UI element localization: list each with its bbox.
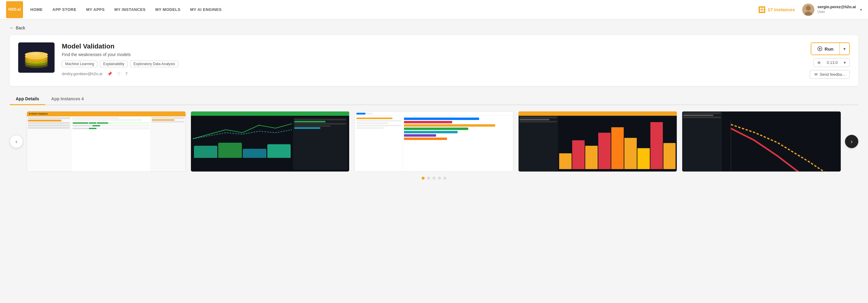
back-label: Back: [16, 26, 25, 30]
nav-links: HOME APP STORE MY APPS MY INSTANCES MY M…: [30, 7, 758, 12]
carousel-prev-button[interactable]: ‹: [10, 135, 23, 148]
svg-point-5: [806, 6, 811, 10]
carousel-slide-1[interactable]: ⊕ Model Validation: [27, 111, 186, 172]
envelope-icon: ✉: [814, 72, 818, 77]
tag-eda[interactable]: Exploratory Data Analysis: [130, 61, 178, 67]
nav-home[interactable]: HOME: [30, 7, 43, 12]
nav-my-ai-engines[interactable]: MY AI ENGINES: [190, 7, 221, 12]
svg-rect-2: [760, 10, 762, 12]
carousel-track: ⊕ Model Validation: [27, 111, 841, 172]
nav-right: 17 instances sergio.perez@h2o.ai User ▾: [758, 4, 862, 16]
carousel-slide-2[interactable]: [191, 111, 350, 172]
logo[interactable]: H2O.ai: [6, 1, 23, 18]
back-arrow-icon: ←: [10, 26, 14, 30]
tag-explainability[interactable]: Explainability: [100, 61, 128, 67]
app-title: Model Validation: [62, 42, 803, 50]
version-chevron: ▾: [844, 60, 846, 65]
version-value: 0.13.0: [827, 60, 838, 65]
run-label: Run: [825, 47, 833, 52]
carousel: ‹ ⊕ Model Validation: [10, 111, 858, 172]
svg-rect-1: [762, 7, 764, 9]
nav-my-models[interactable]: MY MODELS: [155, 7, 180, 12]
grid-icon: [758, 6, 765, 13]
pin-icon[interactable]: 📌: [107, 71, 112, 76]
tab-app-instances[interactable]: App Instances 4: [45, 93, 90, 105]
carousel-dots: [10, 177, 858, 180]
user-email: sergio.perez@h2o.ai: [817, 4, 856, 10]
logo-text: H2O.ai: [8, 7, 21, 11]
instances-count: 17 instances: [768, 7, 795, 12]
app-author: dmitry.gordeev@h2o.ai: [62, 71, 102, 76]
avatar: [802, 4, 814, 16]
nav-my-apps[interactable]: MY APPS: [86, 7, 104, 12]
tags: Machine Learning Explainability Explorat…: [62, 61, 803, 67]
svg-rect-17: [193, 118, 292, 142]
run-dropdown-button[interactable]: ▾: [840, 43, 849, 54]
carousel-dot-2[interactable]: [427, 177, 430, 180]
user-info: sergio.perez@h2o.ai User: [817, 4, 856, 14]
version-select[interactable]: ⊕ 0.13.0 ▾: [813, 58, 850, 67]
heart-count: 7: [125, 71, 128, 76]
carousel-dot-4[interactable]: [438, 177, 441, 180]
app-subtitle: Find the weaknesses of your models: [62, 52, 803, 57]
app-card: Model Validation Find the weaknesses of …: [10, 35, 858, 86]
carousel-next-button[interactable]: ›: [845, 135, 858, 148]
app-thumbnail: [18, 42, 55, 73]
carousel-dot-5[interactable]: [443, 177, 446, 180]
back-button[interactable]: ← Back: [10, 20, 25, 35]
user-section[interactable]: sergio.perez@h2o.ai User ▾: [802, 4, 862, 16]
carousel-slide-3[interactable]: [354, 111, 514, 172]
user-dropdown-chevron[interactable]: ▾: [860, 7, 862, 12]
svg-point-14: [31, 52, 40, 55]
navbar: H2O.ai HOME APP STORE MY APPS MY INSTANC…: [0, 0, 868, 20]
main-content: ← Back Model Validation Find the weaknes…: [0, 20, 868, 303]
nav-app-store[interactable]: APP STORE: [53, 7, 76, 12]
run-button[interactable]: Run: [811, 43, 839, 55]
carousel-dot-1[interactable]: [422, 177, 425, 180]
action-area: Run ▾ ⊕ 0.13.0 ▾ ✉ Send feedba...: [810, 42, 850, 79]
carousel-dot-3[interactable]: [433, 177, 435, 180]
instances-badge[interactable]: 17 instances: [758, 6, 795, 13]
svg-rect-3: [762, 10, 764, 12]
carousel-slide-5[interactable]: [682, 111, 841, 172]
tag-ml[interactable]: Machine Learning: [62, 61, 97, 67]
svg-marker-16: [819, 48, 821, 50]
tab-app-details[interactable]: App Details: [10, 93, 45, 105]
tabs-bar: App Details App Instances 4: [10, 93, 858, 105]
carousel-slide-4[interactable]: [518, 111, 677, 172]
run-btn-group: Run ▾: [811, 42, 850, 55]
nav-my-instances[interactable]: MY INSTANCES: [114, 7, 146, 12]
feedback-button[interactable]: ✉ Send feedba...: [810, 70, 850, 79]
app-info: Model Validation Find the weaknesses of …: [62, 42, 803, 76]
version-at-icon: ⊕: [817, 60, 821, 65]
svg-rect-18: [723, 113, 839, 172]
user-role: User: [817, 10, 856, 14]
svg-rect-0: [760, 7, 762, 9]
heart-icon[interactable]: ♡: [117, 71, 121, 76]
feedback-label: Send feedba...: [819, 72, 845, 77]
app-meta: dmitry.gordeev@h2o.ai 📌 ♡ 7: [62, 71, 803, 76]
